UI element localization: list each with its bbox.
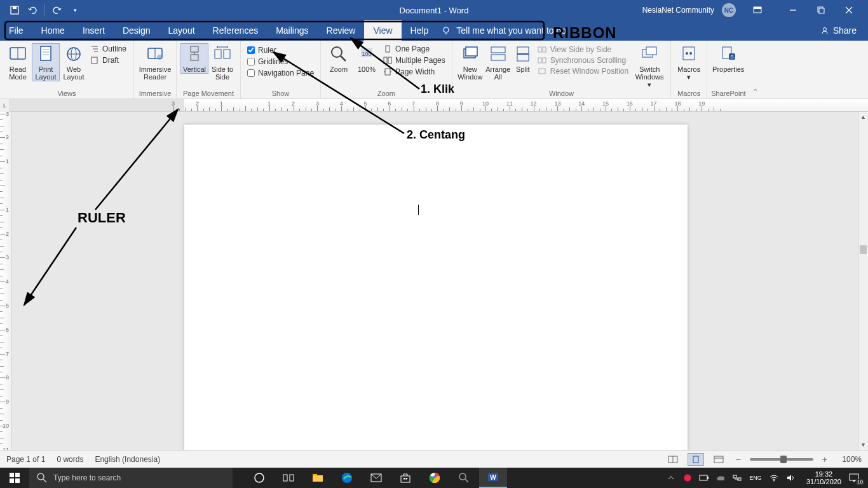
properties-button[interactable]: S Properties — [711, 43, 745, 73]
close-button[interactable] — [835, 0, 863, 20]
store-icon[interactable] — [391, 468, 419, 488]
navpane-checkbox[interactable]: Navigation Pane — [247, 69, 314, 78]
tab-file[interactable]: File — [0, 20, 32, 41]
zoom-minus[interactable]: − — [733, 454, 743, 464]
tray-wifi[interactable] — [768, 472, 780, 484]
svg-rect-91 — [700, 475, 707, 480]
tray-volume[interactable] — [785, 472, 796, 484]
zoom-percent[interactable]: 100% — [836, 455, 862, 464]
tab-help[interactable]: Help — [402, 20, 438, 41]
svg-rect-36 — [384, 57, 387, 64]
zoom-button[interactable]: Zoom — [325, 43, 353, 73]
redo-button[interactable] — [51, 4, 63, 16]
zoom-plus[interactable]: + — [820, 454, 830, 464]
start-button[interactable] — [0, 468, 29, 488]
ribbon-display-options[interactable] — [743, 0, 771, 20]
svg-text:100: 100 — [362, 51, 372, 57]
reset-label: Reset Window Position — [550, 67, 628, 76]
svg-rect-3 — [754, 7, 761, 9]
switch-windows-button[interactable]: Switch Windows ▾ — [632, 43, 667, 88]
tab-home[interactable]: Home — [32, 20, 74, 41]
tray-battery[interactable] — [698, 472, 710, 484]
split-button[interactable]: Split — [512, 43, 534, 73]
undo-button[interactable] — [27, 4, 38, 16]
draft-button[interactable]: Draft — [90, 56, 127, 65]
svg-point-54 — [689, 52, 692, 55]
split-icon — [513, 44, 532, 64]
tell-me[interactable]: Tell me what you want to do — [441, 20, 566, 41]
save-button[interactable] — [9, 4, 20, 16]
ruler-check-input[interactable] — [247, 46, 255, 54]
svg-point-53 — [686, 52, 688, 55]
document-page[interactable] — [184, 125, 688, 450]
tray-app1[interactable] — [682, 472, 693, 484]
tab-references[interactable]: References — [204, 20, 268, 41]
ruler-checkbox[interactable]: Ruler — [247, 46, 314, 55]
outline-button[interactable]: Outline — [90, 44, 127, 53]
one-page-button[interactable]: One Page — [383, 44, 445, 53]
tab-view[interactable]: View — [364, 20, 401, 41]
search-app-icon[interactable] — [450, 468, 478, 488]
new-window-button[interactable]: New Window — [456, 43, 484, 81]
task-view-icon[interactable] — [275, 468, 302, 488]
user-name[interactable]: NesiaNet Community — [642, 6, 714, 15]
document-space[interactable] — [11, 112, 858, 450]
word-taskbar-icon[interactable]: W — [479, 468, 507, 488]
tray-lang[interactable]: ENG — [748, 472, 763, 484]
status-lang[interactable]: English (Indonesia) — [95, 455, 160, 464]
share-button[interactable]: Share — [809, 20, 868, 41]
navpane-check-input[interactable] — [247, 69, 255, 77]
group-macros: Macros▾ Macros — [671, 41, 707, 98]
side-to-side-button[interactable]: Side to Side — [208, 43, 236, 81]
explorer-icon[interactable] — [304, 468, 332, 488]
print-layout-button[interactable]: Print Layout — [32, 43, 60, 81]
immersive-reader-button[interactable]: Immersive Reader — [138, 43, 172, 81]
minimize-button[interactable] — [779, 0, 807, 20]
web-layout-button[interactable]: Web Layout — [60, 43, 88, 81]
chrome-icon[interactable] — [421, 468, 449, 488]
read-mode-button[interactable]: Read Mode — [4, 43, 32, 81]
view-read-mode[interactable] — [665, 453, 681, 466]
edge-icon[interactable] — [333, 468, 361, 488]
tab-insert[interactable]: Insert — [74, 20, 114, 41]
zoom-slider-knob[interactable] — [780, 456, 787, 463]
page-width-button[interactable]: Page Width — [383, 67, 445, 76]
hundred-percent-button[interactable]: 100 100% — [353, 43, 381, 73]
taskbar-search[interactable]: Type here to search — [29, 468, 233, 488]
vertical-scrollbar[interactable]: ▲ ▼ — [858, 112, 868, 450]
macros-button[interactable]: Macros▾ — [675, 43, 703, 81]
horizontal-ruler[interactable]: L 32112345678910111213141516171819 — [0, 99, 868, 112]
tab-review[interactable]: Review — [318, 20, 365, 41]
zoom-slider[interactable] — [750, 458, 813, 461]
tray-notifications[interactable]: 10 — [846, 472, 862, 484]
status-words[interactable]: 0 words — [57, 455, 83, 464]
gridlines-checkbox[interactable]: Gridlines — [247, 57, 314, 66]
vertical-button[interactable]: Vertical — [180, 43, 208, 74]
maximize-button[interactable] — [807, 0, 835, 20]
scroll-down-arrow[interactable]: ▼ — [858, 440, 868, 450]
tab-mailings[interactable]: Mailings — [267, 20, 317, 41]
scroll-up-arrow[interactable]: ▲ — [858, 112, 868, 122]
h-ruler-track[interactable]: 32112345678910111213141516171819 — [10, 99, 868, 111]
hundred-icon: 100 — [357, 44, 376, 64]
tab-design[interactable]: Design — [114, 20, 159, 41]
view-web-layout[interactable] — [710, 453, 727, 466]
tray-clock[interactable]: 19:32 31/10/2020 — [801, 470, 841, 485]
vertical-ruler[interactable]: 3211234567891011 — [0, 112, 11, 450]
tab-layout[interactable]: Layout — [159, 20, 204, 41]
mail-icon[interactable] — [362, 468, 390, 488]
status-page[interactable]: Page 1 of 1 — [6, 455, 45, 464]
scroll-thumb[interactable] — [860, 245, 867, 254]
gridlines-check-input[interactable] — [247, 58, 255, 65]
tray-network[interactable] — [731, 472, 743, 484]
user-avatar[interactable]: NC — [722, 3, 736, 17]
outline-label: Outline — [102, 44, 126, 53]
arrange-all-button[interactable]: Arrange All — [484, 43, 512, 81]
multiple-pages-button[interactable]: Multiple Pages — [383, 56, 445, 65]
collapse-ribbon[interactable]: ⌃ — [750, 41, 761, 98]
cortana-icon[interactable] — [245, 468, 273, 488]
tray-chevron[interactable] — [665, 472, 677, 484]
qat-customize[interactable]: ▾ — [69, 4, 81, 16]
tray-onedrive[interactable] — [715, 472, 726, 484]
view-print-layout[interactable] — [688, 453, 704, 466]
